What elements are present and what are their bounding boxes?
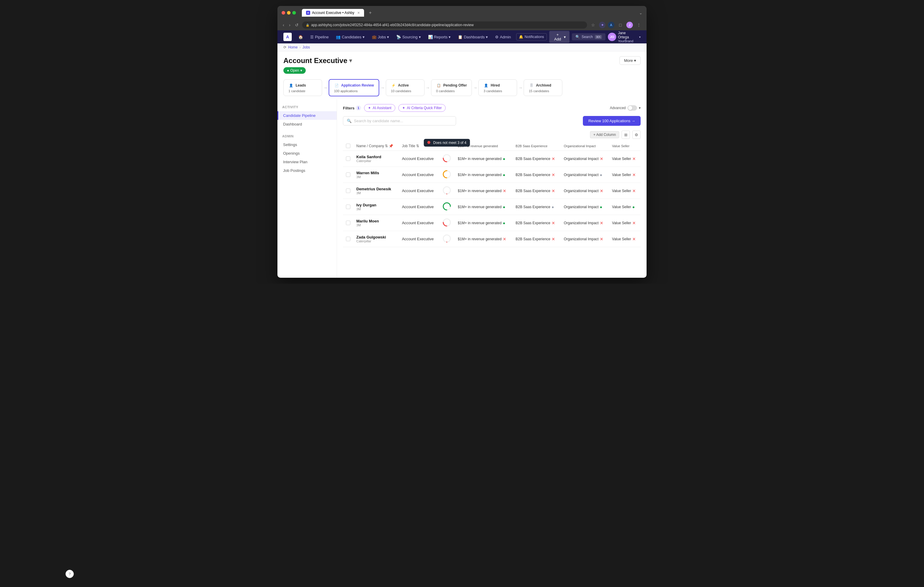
extension-icon-1[interactable]: ✦ [599,22,606,28]
revenue-criteria: $1M+ in revenue generated ● [458,205,510,209]
breadcrumb-home-link[interactable]: Home [288,45,298,49]
browser-menu-button[interactable]: ⌄ [639,11,642,15]
name-cell[interactable]: Marilu Moen 3M [353,215,399,231]
stage-archived[interactable]: 🗄 Archived 15 candidates [524,79,562,96]
stage-card-leads[interactable]: 👤 Leads 1 candidate [284,79,322,96]
stage-arrow: → [322,86,328,90]
sidebar-item-openings[interactable]: Openings [277,149,337,158]
nav-item-dashboards[interactable]: 📋 Dashboards ▾ [455,33,491,41]
nav-item-candidates[interactable]: 👥 Candidates ▾ [333,33,368,41]
search-box[interactable]: 🔍 Search by candidate name... [343,116,456,125]
nav-item-pipeline[interactable]: ☰ Pipeline [307,33,332,41]
user-avatar: JO [608,33,616,41]
add-column-button[interactable]: + Add Column [590,131,619,138]
table-row[interactable]: Marilu Moen 3M Account Executive $1M+ in… [343,215,640,231]
page-title[interactable]: Account Executive ▾ [284,56,352,65]
stage-card-hired[interactable]: 👤 Hired 3 candidates [478,79,517,96]
job-title-sort[interactable]: Job Title ⇅ [402,144,419,148]
seller-cell: Value Seller ✕ [609,167,640,183]
row-checkbox[interactable] [346,205,350,209]
name-cell[interactable]: Warren Mills 3M [353,167,399,183]
nav-item-admin[interactable]: ⚙ Admin [492,33,514,41]
search-button[interactable]: 🔍 Search ⌘K [572,33,606,40]
stage-card-active[interactable]: ⚡ Active 10 candidates [386,79,424,96]
nav-item-sourcing[interactable]: 📡 Sourcing ▾ [393,33,424,41]
ai-criteria-button[interactable]: ✦ AI Criteria Quick Filter [398,104,446,112]
nav-item-jobs[interactable]: 💼 Jobs ▾ [369,33,392,41]
table-settings-button[interactable]: ⚙ [632,130,640,139]
browser-more-icon[interactable]: ⋮ [635,21,642,28]
sidebar-item-dashboard[interactable]: Dashboard [277,120,337,128]
extension-icon-2[interactable]: A [608,22,614,28]
table-row[interactable]: Warren Mills 3M Account Executive $1M+ i… [343,167,640,183]
select-all-checkbox[interactable] [346,144,350,148]
new-tab-button[interactable]: + [369,10,371,15]
row-checkbox[interactable] [346,156,350,161]
stage-leads[interactable]: 👤 Leads 1 candidate → [284,79,328,96]
name-cell[interactable]: Keila Sanford Caterpillar [353,151,399,167]
stage-pending-offer[interactable]: 📋 Pending Offer 0 candidates → [431,79,478,96]
more-button[interactable]: More ▾ [619,56,640,65]
check-icon: ● [503,205,505,209]
table-header-checkbox[interactable] [343,141,353,151]
stage-card-pending-offer[interactable]: 📋 Pending Offer 0 candidates [431,79,472,96]
forward-button[interactable]: › [288,22,292,28]
sidebar-item-candidate-pipeline[interactable]: Candidate Pipeline [277,111,337,120]
sidebar-item-interview-plan[interactable]: Interview Plan [277,158,337,166]
ai-assistant-button[interactable]: ✦ AI Assistant [364,104,395,112]
review-applications-button[interactable]: Review 100 Applications → [583,116,640,126]
stage-hired[interactable]: 👤 Hired 3 candidates → [478,79,524,96]
nav-item-reports[interactable]: 📊 Reports ▾ [425,33,454,41]
minimize-button[interactable] [287,11,290,15]
advanced-toggle[interactable]: Advanced ▾ [610,105,640,111]
table-row[interactable]: Ivy Durgan 3M Account Executive $1M+ in … [343,199,640,215]
impact-cell: Organizational Impact ✕ [561,151,609,167]
stage-name-hired: Hired [490,83,500,87]
extension-icon-3[interactable]: □ [617,21,624,28]
back-button[interactable]: ‹ [282,22,285,28]
revenue-label: $1M+ in revenue generated [458,157,502,161]
name-cell[interactable]: Ivy Durgan 3M [353,199,399,215]
table-row[interactable]: Keila Sanford Caterpillar Account Execut… [343,151,640,167]
maximize-button[interactable] [292,11,296,15]
stage-count-offer: 0 candidates [436,89,467,93]
add-button[interactable]: + Add ▾ [549,31,569,43]
row-checkbox[interactable] [346,189,350,193]
stage-card-archived[interactable]: 🗄 Archived 15 candidates [524,79,562,96]
user-menu-button[interactable]: JO Jane Ortega YourBrand ▾ [608,31,640,43]
table-row[interactable]: Zada Gulgowski Caterpillar Account Execu… [343,231,640,247]
sidebar-item-settings[interactable]: Settings [277,140,337,149]
advanced-toggle-switch[interactable] [627,105,637,111]
star-icon[interactable]: ☆ [589,21,597,28]
table-view-grid-button[interactable]: ⊞ [622,130,630,139]
breadcrumb-jobs-link[interactable]: Jobs [302,45,310,49]
candidates-chevron: ▾ [363,35,365,39]
refresh-button[interactable]: ↺ [294,22,300,28]
saas-label: B2B Saas Experience [516,237,550,241]
notifications-button[interactable]: 🔔 Notifications [516,33,546,40]
ashby-logo[interactable]: A [284,33,292,41]
tab-close-button[interactable]: ✕ [357,11,360,15]
close-button[interactable] [282,11,285,15]
name-sort[interactable]: Name / Company ⇅ 📌 [356,144,393,148]
revenue-label: $1M+ in revenue generated [458,205,502,209]
row-checkbox[interactable] [346,173,350,177]
sidebar-item-job-postings[interactable]: Job Postings [277,166,337,175]
row-checkbox[interactable] [346,237,350,241]
x-icon: ✕ [552,237,555,242]
nav-item-home[interactable]: 🏠 [295,33,306,41]
stage-active[interactable]: ⚡ Active 10 candidates → [386,79,431,96]
profile-icon[interactable]: J [626,22,633,28]
stage-count-review: 100 applications [334,89,374,93]
name-cell[interactable]: Zada Gulgowski Caterpillar [353,231,399,247]
table-row[interactable]: Demetrius Denesik 3M Account Executive $… [343,183,640,199]
check-icon: ● [503,156,505,161]
candidate-company: 3M [356,191,396,195]
status-badge[interactable]: ● Open ▾ [284,67,306,74]
browser-tab[interactable]: A Account Executive • Ashby ✕ [302,9,364,16]
stage-card-application-review[interactable]: 📄 Application Review 100 applications [328,79,379,96]
address-bar[interactable]: 🔒 app.ashbyhq.com/jobs/e24f3252-484a-465… [302,21,587,28]
name-cell[interactable]: Demetrius Denesik 3M [353,183,399,199]
stage-application-review[interactable]: 📄 Application Review 100 applications → [328,79,386,96]
row-checkbox[interactable] [346,220,350,225]
